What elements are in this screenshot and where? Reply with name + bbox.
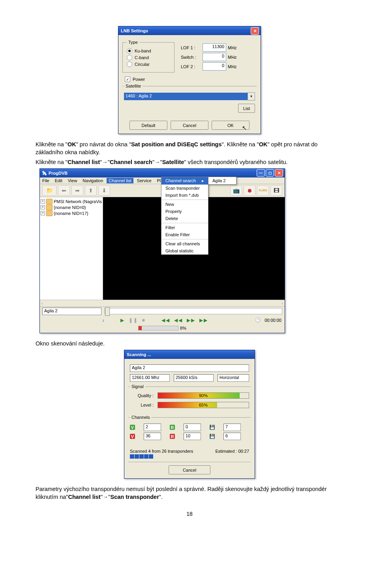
- default-button[interactable]: Default: [129, 121, 167, 130]
- menu-item-clear-all[interactable]: Clear all channels: [161, 240, 208, 247]
- video-icon[interactable]: 🎞: [270, 185, 282, 196]
- estimated-text: Estimated : 00:27: [215, 449, 249, 454]
- paragraph-3: Okno skenování následuje.: [36, 340, 343, 347]
- cancel-button[interactable]: Cancel: [171, 121, 208, 130]
- lof2-label: LOF 2 :: [181, 64, 203, 69]
- menu-item-filter[interactable]: Filter: [161, 224, 208, 231]
- folder-icon: [46, 199, 53, 204]
- progdvb-titlebar[interactable]: 🛰 ProgDVB — ◻ ✕: [40, 169, 285, 177]
- radio-ok-icon: R: [170, 425, 175, 430]
- radio-enc-icon: R: [170, 434, 175, 439]
- level-bar: 65%: [158, 402, 249, 408]
- chevron-right-icon: ▸: [202, 178, 204, 183]
- menu-item-import[interactable]: Import from *.dvb: [161, 192, 208, 199]
- subs-icon[interactable]: SUBS: [257, 185, 269, 196]
- list-button[interactable]: List: [238, 104, 255, 113]
- tv-icon[interactable]: 📺: [230, 185, 242, 196]
- submenu-item-agila2[interactable]: Agila 2: [208, 177, 236, 184]
- menu-item-property[interactable]: Property: [161, 208, 208, 215]
- progdvb-title: ProgDVB: [49, 171, 68, 175]
- menu-file[interactable]: File: [42, 178, 49, 183]
- menu-channel-list[interactable]: Channel list: [107, 178, 133, 183]
- channel-tree[interactable]: +PMSI Network (NagraVis +{noname NID=0} …: [40, 197, 103, 300]
- record-icon[interactable]: ⏺: [244, 185, 255, 196]
- scrollbar-horizontal[interactable]: ‹›: [40, 300, 285, 306]
- maximize-icon[interactable]: ◻: [266, 169, 274, 177]
- data-ok-count: 7: [223, 424, 241, 431]
- menu-view[interactable]: View: [68, 178, 77, 183]
- arrow-right-icon[interactable]: ➡: [71, 185, 83, 196]
- menu-item-enable-filter[interactable]: Enable Filter: [161, 231, 208, 238]
- radio-ku-band[interactable]: Ku-band: [127, 48, 170, 54]
- menu-item-delete[interactable]: Delete: [161, 215, 208, 222]
- expand-icon[interactable]: +: [41, 205, 45, 209]
- satellite-group: Satellite 1460 : Agila 2 ▼ List: [122, 84, 257, 117]
- seek-slider[interactable]: [105, 308, 282, 314]
- satellite-select[interactable]: 1460 : Agila 2 ▼: [124, 92, 255, 101]
- menu-item-channel-search[interactable]: Channel search▸: [161, 177, 208, 185]
- forward-button[interactable]: ▶▶: [187, 317, 195, 323]
- note-icon[interactable]: ♪: [102, 318, 105, 323]
- ok-button[interactable]: OK↖: [212, 121, 250, 130]
- scanning-titlebar[interactable]: Scanning ...: [124, 350, 255, 359]
- lof2-input[interactable]: 0: [203, 62, 226, 71]
- buffer-bar: [138, 326, 178, 330]
- scanned-text: Scanned 4 from 26 transponders: [130, 449, 193, 454]
- power-checkbox[interactable]: ✓Power: [125, 77, 257, 82]
- close-icon[interactable]: ✕: [275, 169, 283, 177]
- folder-icon: [46, 205, 53, 210]
- menu-navigation[interactable]: Navigation: [83, 178, 103, 183]
- progress-bar: [130, 454, 249, 459]
- arrow-down-icon[interactable]: ⬇: [98, 185, 110, 196]
- video-enc-count: 36: [144, 433, 161, 440]
- video-ok-count: 2: [144, 424, 161, 431]
- close-icon[interactable]: ✕: [251, 27, 259, 35]
- tree-row[interactable]: +{noname NID=17}: [41, 211, 102, 216]
- minimize-icon[interactable]: —: [257, 169, 265, 177]
- radio-enc-count: 10: [184, 433, 201, 440]
- channel-list-menu: Channel search▸ Scan transponder Import …: [161, 177, 208, 255]
- rewind-button[interactable]: ◀◀: [174, 317, 183, 323]
- menu-service[interactable]: Service: [137, 178, 152, 183]
- lnb-titlebar[interactable]: LNB Settings ✕: [118, 26, 261, 35]
- menu-edit[interactable]: Edit: [55, 178, 62, 183]
- menu-item-scan-transponder[interactable]: Scan transponder: [161, 185, 208, 192]
- video-ok-icon: V: [130, 425, 135, 430]
- prev-track-button[interactable]: ◀◀: [161, 317, 170, 323]
- level-label: Level :: [130, 403, 154, 407]
- tree-row[interactable]: +{noname NID=0}: [41, 205, 102, 210]
- satellite-selected: 1460 : Agila 2: [124, 93, 248, 100]
- expand-icon[interactable]: +: [41, 211, 45, 215]
- signal-legend: Signal: [130, 384, 145, 389]
- scan-frequency: 12661.00 Mhz: [130, 374, 170, 382]
- status-satellite: Agila 2: [42, 308, 101, 315]
- expand-icon[interactable]: +: [41, 199, 45, 203]
- chevron-down-icon[interactable]: ▼: [248, 92, 255, 101]
- folder-icon[interactable]: 📁: [42, 185, 56, 196]
- next-track-button[interactable]: ▶▶: [199, 317, 208, 323]
- folder-icon: [46, 211, 53, 216]
- menu-item-new[interactable]: New: [161, 201, 208, 208]
- play-button[interactable]: ▶: [120, 317, 125, 323]
- menu-item-global-stat[interactable]: Global statistic: [161, 247, 208, 254]
- time-display: 00:00:00: [265, 318, 281, 323]
- cancel-button[interactable]: Cancel: [169, 465, 210, 474]
- scan-satellite: Agila 2: [130, 364, 249, 372]
- lof1-input[interactable]: 11300: [203, 43, 226, 52]
- radio-c-band[interactable]: C-band: [127, 55, 170, 60]
- satellite-legend: Satellite: [124, 84, 143, 88]
- pause-button[interactable]: ❚❚: [129, 317, 138, 323]
- arrow-left-icon[interactable]: ⬅: [58, 185, 70, 196]
- progdvb-window: 🛰 ProgDVB — ◻ ✕ File Edit View Navigatio…: [39, 168, 285, 333]
- data-ok-icon: 💾: [210, 425, 215, 430]
- lnb-settings-dialog: LNB Settings ✕ Type Ku-band C-band Circu…: [118, 26, 261, 134]
- paragraph-4: Parametry výchozího transpondéru nemusí …: [36, 485, 343, 501]
- radio-circular[interactable]: Circular: [127, 62, 170, 67]
- tree-row[interactable]: +PMSI Network (NagraVis: [41, 199, 102, 204]
- arrow-up-icon[interactable]: ⬆: [85, 185, 97, 196]
- type-group: Type Ku-band C-band Circular: [122, 40, 174, 73]
- switch-input[interactable]: 0: [203, 53, 226, 61]
- buffer-percent: 8%: [180, 326, 186, 330]
- lof1-label: LOF 1 :: [181, 45, 203, 50]
- stop-button[interactable]: ■: [142, 317, 146, 323]
